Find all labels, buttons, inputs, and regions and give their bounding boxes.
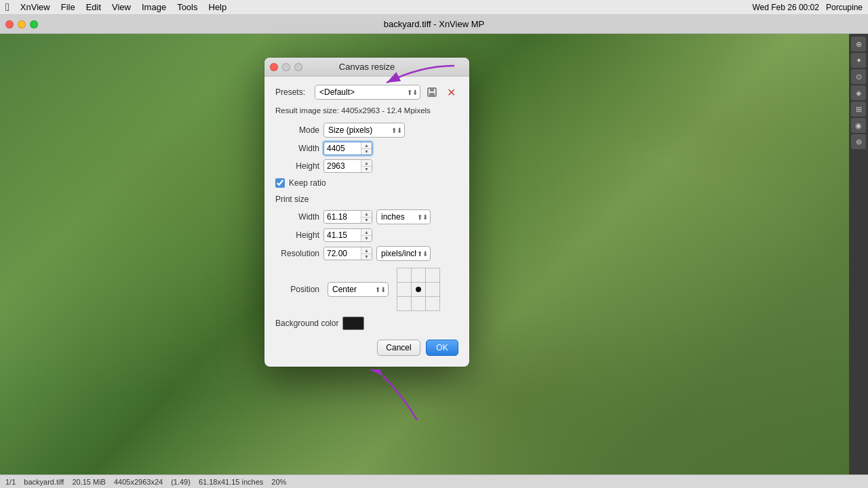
print-height-input-wrap: ▲ ▼ <box>323 228 372 242</box>
pos-cell-mc[interactable] <box>412 283 425 296</box>
print-size-header: Print size <box>275 195 458 204</box>
print-width-spin-up[interactable]: ▲ <box>361 211 372 218</box>
apple-menu[interactable]:  <box>5 1 9 14</box>
sidebar-tool-1[interactable]: ⊕ <box>851 37 866 52</box>
menubar-right: Wed Feb 26 00:02 Porcupine <box>752 3 863 12</box>
presets-row: Presets: <Default> ⬆⬇ ✕ <box>275 85 458 100</box>
keep-ratio-checkbox[interactable] <box>275 178 285 188</box>
menu-help[interactable]: Help <box>209 2 227 12</box>
height-spin-down[interactable]: ▼ <box>361 167 372 173</box>
presets-select-wrap: <Default> ⬆⬇ <box>315 85 420 100</box>
height-row: Height ▲ ▼ <box>275 159 458 173</box>
status-filename: backyard.tiff <box>24 478 64 486</box>
width-spin-up[interactable]: ▲ <box>361 142 372 149</box>
bgcolor-row: Background color <box>275 317 458 330</box>
res-unit-select-wrap: pixels/inch pixels/cm ⬆⬇ <box>376 246 431 261</box>
unit-select[interactable]: inches cm mm <box>376 209 431 224</box>
position-label: Position <box>275 285 319 294</box>
keep-ratio-label[interactable]: Keep ratio <box>289 178 326 188</box>
width-input-wrap: ▲ ▼ <box>323 142 372 155</box>
menu-edit[interactable]: Edit <box>86 2 101 12</box>
close-button[interactable] <box>5 20 14 28</box>
print-height-spin-down[interactable]: ▼ <box>361 236 372 242</box>
mode-label: Mode <box>275 125 319 135</box>
position-grid[interactable] <box>397 268 440 311</box>
sidebar-tool-6[interactable]: ◉ <box>851 118 866 133</box>
status-dimensions: 4405x2963x24 <box>114 478 163 486</box>
cancel-button[interactable]: Cancel <box>377 340 420 356</box>
width-spin-down[interactable]: ▼ <box>361 149 372 155</box>
sidebar-tool-3[interactable]: ⊙ <box>851 69 866 84</box>
presets-save-button[interactable] <box>425 85 439 100</box>
pos-cell-bl[interactable] <box>397 297 411 310</box>
resolution-spin-down[interactable]: ▼ <box>361 254 372 260</box>
svg-rect-4 <box>429 93 435 96</box>
sidebar-tool-5[interactable]: ⊞ <box>851 102 866 117</box>
resolution-label: Resolution <box>275 249 319 258</box>
print-height-spinner: ▲ ▼ <box>361 229 372 241</box>
status-bar: 1/1 backyard.tiff 20.15 MiB 4405x2963x24… <box>0 474 868 488</box>
mode-select-wrap: Size (pixels) ⬆⬇ <box>323 123 405 138</box>
presets-select[interactable]: <Default> <box>315 85 420 100</box>
pos-cell-mr[interactable] <box>426 283 439 296</box>
menu-user: Porcupine <box>826 3 863 12</box>
height-spinner: ▲ ▼ <box>361 160 372 172</box>
presets-delete-button[interactable]: ✕ <box>443 85 458 100</box>
pos-cell-bc[interactable] <box>412 297 425 310</box>
mode-select[interactable]: Size (pixels) <box>323 123 405 138</box>
resolution-row: Resolution ▲ ▼ pixels/inch pixels/cm <box>275 246 458 261</box>
print-width-spinner: ▲ ▼ <box>361 211 372 223</box>
unit-select-wrap: inches cm mm ⬆⬇ <box>376 209 431 224</box>
dialog-body: Presets: <Default> ⬆⬇ ✕ <box>264 77 469 367</box>
keep-ratio-row: Keep ratio <box>275 178 458 188</box>
annotation-arrow-bottom <box>363 369 431 426</box>
height-spin-up[interactable]: ▲ <box>361 160 372 167</box>
print-height-spin-up[interactable]: ▲ <box>361 229 372 236</box>
sidebar-tool-4[interactable]: ◈ <box>851 85 866 100</box>
res-unit-select[interactable]: pixels/inch pixels/cm <box>376 246 431 261</box>
dialog-titlebar-buttons <box>270 63 302 71</box>
menu-xnview[interactable]: XnView <box>20 2 50 12</box>
pos-cell-tl[interactable] <box>397 268 411 282</box>
print-width-label: Width <box>275 212 319 222</box>
pos-cell-br[interactable] <box>426 297 439 310</box>
result-size-text: Result image size: 4405x2963 - 12.4 Mpix… <box>275 106 458 115</box>
titlebar-buttons <box>5 20 38 28</box>
pos-cell-tr[interactable] <box>426 268 439 282</box>
app-window: backyard.tiff - XnView MP ⊕ ✦ ⊙ ◈ ⊞ ◉ ⊛ … <box>0 15 868 488</box>
dialog-title: Canvas resize <box>339 62 395 72</box>
minimize-button[interactable] <box>18 20 26 28</box>
pos-cell-ml[interactable] <box>397 283 411 296</box>
width-row: Width ▲ ▼ <box>275 142 458 155</box>
app-titlebar: backyard.tiff - XnView MP <box>0 15 868 34</box>
menu-image[interactable]: Image <box>142 2 166 12</box>
mode-row: Mode Size (pixels) ⬆⬇ <box>275 123 458 138</box>
print-width-spin-down[interactable]: ▼ <box>361 218 372 224</box>
position-select-wrap: Center Top Left Top Center Top Right Mid… <box>328 282 389 297</box>
sidebar-tool-7[interactable]: ⊛ <box>851 134 866 149</box>
maximize-button[interactable] <box>30 20 38 28</box>
dialog-titlebar: Canvas resize <box>264 58 469 77</box>
status-ratio: (1.49) <box>171 478 191 486</box>
menu-tools[interactable]: Tools <box>177 2 197 12</box>
height-label: Height <box>275 161 319 171</box>
bgcolor-label: Background color <box>275 319 338 328</box>
dialog-close-button[interactable] <box>270 63 278 71</box>
sidebar-tool-2[interactable]: ✦ <box>851 53 866 68</box>
ok-button[interactable]: OK <box>426 340 458 356</box>
status-printsize: 61.18x41.15 inches <box>199 478 263 486</box>
print-height-label: Height <box>275 230 319 240</box>
position-select[interactable]: Center Top Left Top Center Top Right Mid… <box>328 282 389 297</box>
print-height-row: Height ▲ ▼ <box>275 228 458 242</box>
bgcolor-swatch[interactable] <box>342 317 364 330</box>
position-section: Position Center Top Left Top Center Top … <box>275 268 458 311</box>
presets-label: Presets: <box>275 87 311 97</box>
pos-cell-tc[interactable] <box>412 268 425 282</box>
pos-dot-center <box>416 287 421 292</box>
print-width-input-wrap: ▲ ▼ <box>323 210 372 224</box>
status-zoom: 20% <box>271 478 286 486</box>
resolution-spin-up[interactable]: ▲ <box>361 247 372 254</box>
resolution-input-wrap: ▲ ▼ <box>323 247 372 260</box>
menu-view[interactable]: View <box>112 2 131 12</box>
menu-file[interactable]: File <box>61 2 75 12</box>
